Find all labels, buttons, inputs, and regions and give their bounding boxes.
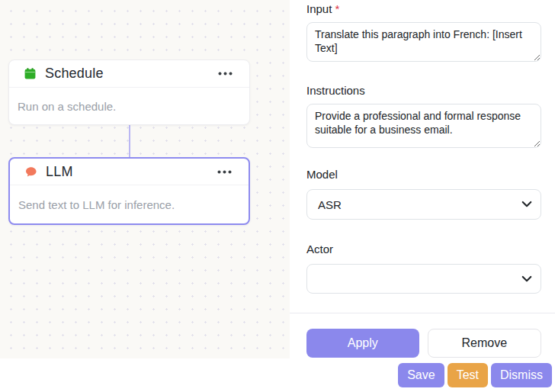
node-schedule-body: Run on a schedule. [9,88,249,124]
apply-button[interactable]: Apply [306,329,419,358]
panel-divider [290,313,555,313]
node-schedule-description: Run on a schedule. [18,100,116,113]
node-schedule-title: Schedule [45,66,104,82]
save-button[interactable]: Save [398,363,444,387]
test-button[interactable]: Test [448,363,488,387]
workflow-canvas[interactable]: Schedule Run on a schedule. [0,0,290,358]
remove-button[interactable]: Remove [428,329,542,358]
input-textarea[interactable]: Translate this paragraph into French: [I… [306,22,541,62]
required-asterisk: * [335,2,340,15]
node-llm-body: Send text to LLM for inference. [10,185,249,223]
input-label-text: Input [306,2,332,15]
node-properties-panel: Input * Translate this paragraph into Fr… [290,0,555,358]
workflow-editor: Schedule Run on a schedule. [0,0,555,392]
calendar-icon [24,68,36,79]
node-llm-menu-button[interactable] [216,169,233,175]
dismiss-button[interactable]: Dismiss [491,363,552,387]
footer-bar: Save Test Dismiss [0,358,555,392]
node-llm[interactable]: LLM Send text to LLM for inference. [8,157,250,225]
actor-select-wrap [306,264,541,294]
input-label: Input * [306,2,541,15]
instructions-textarea[interactable]: Provide a professional and formal respon… [306,104,541,148]
panel-actions: Apply Remove [306,329,541,358]
actor-select[interactable] [306,264,541,294]
model-select[interactable]: ASR [306,189,541,220]
model-select-wrap: ASR [306,189,541,220]
node-schedule-header: Schedule [9,60,249,88]
actor-label: Actor [306,243,541,255]
model-label: Model [306,168,541,181]
node-schedule-menu-button[interactable] [217,70,234,77]
node-schedule[interactable]: Schedule Run on a schedule. [8,59,250,125]
node-connector-line [129,124,130,159]
chat-bubble-icon [25,166,37,178]
ellipsis-icon [217,170,232,174]
node-llm-header: LLM [10,159,249,185]
node-llm-description: Send text to LLM for inference. [18,198,175,211]
instructions-label: Instructions [306,84,541,97]
node-llm-title: LLM [46,164,73,180]
ellipsis-icon [218,72,233,76]
